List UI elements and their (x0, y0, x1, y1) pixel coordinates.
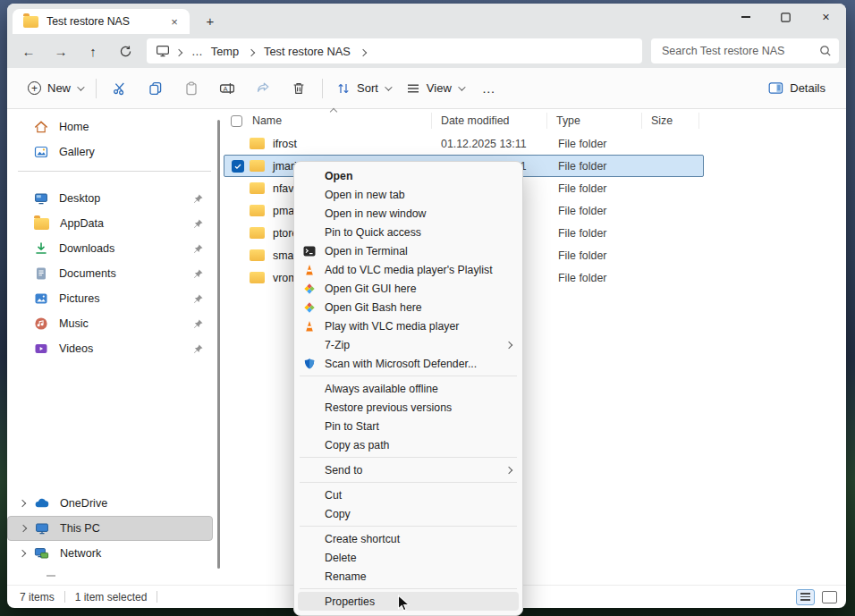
menu-item-open-in-terminal[interactable]: Open in Terminal (298, 241, 519, 260)
breadcrumb-overflow[interactable]: … (188, 43, 207, 60)
checked-checkbox-icon[interactable] (232, 160, 244, 173)
menu-item-open[interactable]: Open (298, 166, 519, 185)
column-header-name[interactable]: Name (222, 113, 432, 129)
chevron-right-icon (248, 48, 255, 55)
menu-item-copy[interactable]: Copy (298, 504, 519, 523)
paste-button[interactable] (174, 73, 209, 104)
menu-item-scan-with-defender[interactable]: Scan with Microsoft Defender... (298, 354, 519, 373)
menu-item-open-git-gui-here[interactable]: Open Git GUI here (298, 279, 519, 298)
file-type: File folder (549, 227, 644, 240)
menu-item-cut[interactable]: Cut (298, 485, 519, 504)
submenu-chevron-icon (505, 466, 512, 473)
menu-separator (300, 588, 517, 589)
back-button[interactable]: ← (13, 38, 45, 64)
toolbar-divider (322, 79, 323, 98)
sidebar-item-desktop[interactable]: Desktop (7, 186, 213, 211)
file-date: 01.12.2025 13:11 (432, 138, 549, 150)
menu-item-pin-to-start[interactable]: Pin to Start (298, 417, 519, 435)
folder-icon (23, 16, 38, 28)
select-all-checkbox[interactable] (231, 115, 242, 127)
sidebar-item-label: Videos (59, 342, 192, 355)
minimize-button[interactable] (725, 4, 766, 30)
terminal-icon (303, 246, 316, 257)
folder-icon (250, 249, 265, 261)
sidebar-item-gallery[interactable]: Gallery (7, 139, 213, 165)
delete-button[interactable] (281, 73, 317, 104)
sidebar-item-label: Desktop (59, 192, 192, 205)
view-button[interactable]: View (398, 76, 471, 101)
sidebar-item-appdata[interactable]: AppData (7, 211, 213, 236)
sort-ascending-icon (330, 108, 337, 115)
menu-item-open-git-bash-here[interactable]: Open Git Bash here (298, 298, 519, 316)
file-row-ifrost[interactable]: ifrost 01.12.2025 13:11 File folder (224, 132, 704, 155)
share-button[interactable] (245, 73, 281, 104)
sidebar-partial-item (47, 575, 55, 577)
sort-button[interactable]: Sort (328, 76, 398, 101)
sidebar-scrollbar[interactable] (217, 120, 220, 569)
column-header-type[interactable]: Type (547, 113, 642, 129)
menu-item-play-with-vlc[interactable]: Play with VLC media player (298, 316, 519, 335)
expander-chevron-icon[interactable] (19, 550, 26, 557)
breadcrumb[interactable]: … Temp Test restore NAS (147, 38, 642, 63)
breadcrumb-temp[interactable]: Temp (207, 43, 242, 60)
sidebar-item-documents[interactable]: Documents (7, 261, 213, 286)
tab-test-restore-nas[interactable]: Test restore NAS × (13, 9, 190, 34)
new-button[interactable]: + New (20, 76, 90, 100)
menu-item-7-zip[interactable]: 7-Zip (298, 335, 519, 354)
cut-button[interactable] (102, 73, 138, 104)
menu-item-delete[interactable]: Delete (298, 548, 519, 567)
trash-icon (292, 81, 306, 96)
column-header-size[interactable]: Size (642, 113, 699, 129)
maximize-button[interactable] (766, 4, 806, 30)
menu-item-restore-previous-versions[interactable]: Restore previous versions (298, 398, 519, 417)
menu-item-pin-to-quick-access[interactable]: Pin to Quick access (298, 223, 519, 241)
up-button[interactable]: ↑ (77, 38, 109, 64)
expander-chevron-icon[interactable] (19, 500, 26, 507)
search-box[interactable] (651, 38, 839, 63)
sidebar-item-network[interactable]: Network (7, 541, 213, 566)
sidebar-item-label: Music (59, 317, 192, 330)
sidebar-item-this-pc[interactable]: This PC (7, 516, 213, 541)
sidebar-item-downloads[interactable]: Downloads (7, 236, 213, 261)
sidebar-item-label: Home (59, 121, 204, 133)
menu-item-add-to-vlc-playlist[interactable]: Add to VLC media player's Playlist (298, 260, 519, 279)
menu-item-copy-as-path[interactable]: Copy as path (298, 435, 519, 454)
menu-item-open-in-new-window[interactable]: Open in new window (298, 204, 519, 223)
column-header-date-modified[interactable]: Date modified (432, 113, 547, 129)
breadcrumb-test-restore-nas[interactable]: Test restore NAS (260, 43, 354, 60)
close-button[interactable]: × (806, 4, 846, 30)
close-icon: × (822, 11, 829, 24)
sidebar-item-label: Documents (59, 267, 192, 280)
large-icons-view-toggle-button[interactable] (822, 591, 837, 603)
more-options-button[interactable]: … (471, 73, 507, 104)
forward-button[interactable]: → (45, 38, 77, 64)
details-view-toggle-button[interactable] (796, 589, 815, 605)
file-type: File folder (549, 138, 644, 150)
home-icon (34, 120, 48, 134)
refresh-button[interactable] (109, 38, 141, 64)
desktop-icon (34, 191, 48, 206)
sidebar-item-onedrive[interactable]: OneDrive (7, 491, 213, 516)
sidebar-item-label: This PC (60, 522, 203, 535)
details-pane-button[interactable]: Details (760, 76, 834, 100)
tab-close-icon[interactable]: × (166, 13, 182, 30)
menu-item-rename[interactable]: Rename (298, 567, 519, 586)
search-input[interactable] (662, 45, 819, 57)
menu-item-create-shortcut[interactable]: Create shortcut (298, 529, 519, 548)
sidebar-item-videos[interactable]: Videos (7, 336, 213, 361)
sidebar-item-home[interactable]: Home (7, 114, 213, 139)
sidebar-item-music[interactable]: Music (7, 311, 213, 336)
folder-icon (250, 160, 265, 172)
copy-button[interactable] (138, 73, 174, 104)
rename-button[interactable]: A (209, 73, 245, 104)
expander-chevron-icon[interactable] (20, 525, 27, 532)
menu-item-send-to[interactable]: Send to (298, 460, 519, 479)
column-label: Name (252, 114, 282, 127)
new-tab-button[interactable]: + (199, 9, 222, 32)
menu-item-always-available-offline[interactable]: Always available offline (298, 379, 519, 398)
view-icon (406, 81, 420, 96)
menu-separator (300, 482, 517, 483)
menu-item-open-in-new-tab[interactable]: Open in new tab (298, 185, 519, 204)
sidebar-item-pictures[interactable]: Pictures (7, 286, 213, 311)
menu-item-properties[interactable]: Properties (298, 592, 519, 611)
